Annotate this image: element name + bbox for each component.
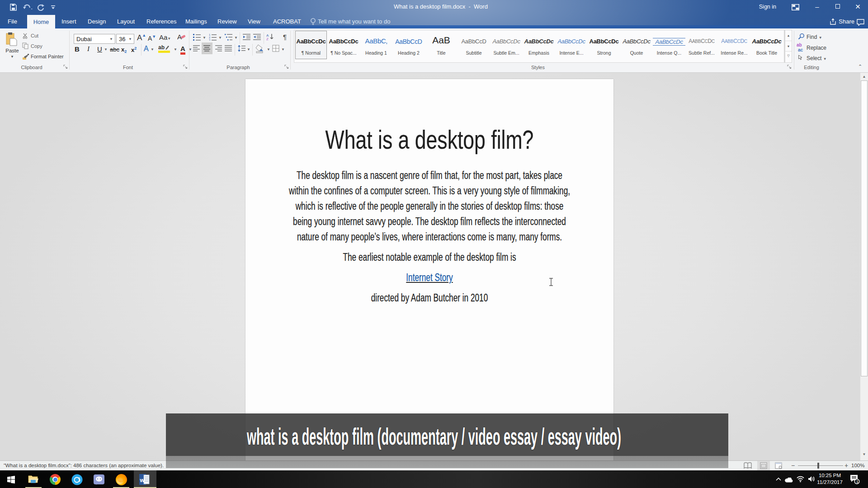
svg-text:Z: Z [266, 37, 269, 41]
svg-text:1: 1 [856, 479, 859, 484]
svg-text:A: A [177, 33, 182, 41]
svg-text:3: 3 [209, 39, 211, 41]
